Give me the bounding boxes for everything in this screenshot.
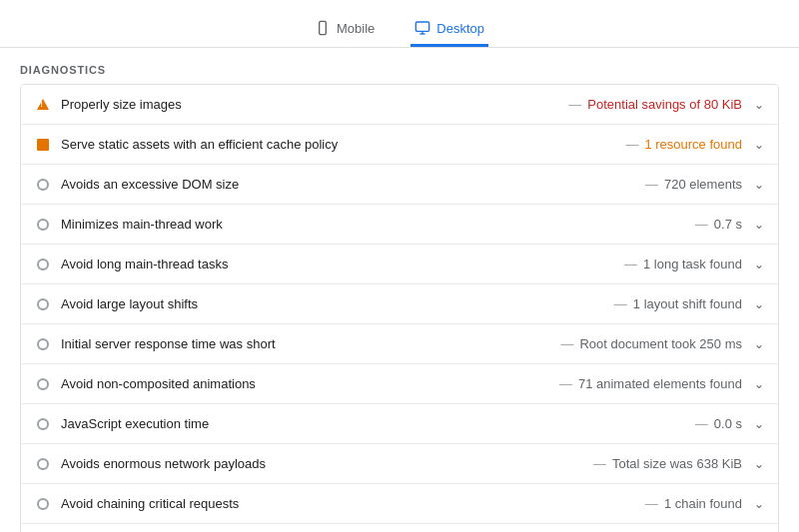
circle-icon: [35, 177, 51, 193]
diag-item-server-response[interactable]: Initial server response time was short —…: [21, 324, 778, 364]
circle-icon: [35, 336, 51, 352]
diag-separator: —: [593, 456, 606, 471]
diag-item-lcp-element[interactable]: Largest Contentful Paint element — 540 m…: [21, 524, 778, 532]
chevron-icon: ⌄: [754, 497, 764, 511]
diag-item-serve-static-assets[interactable]: Serve static assets with an efficient ca…: [21, 125, 778, 165]
diagnostics-list: ! Properly size images — Potential savin…: [20, 84, 779, 532]
diag-label: Properly size images: [61, 97, 562, 112]
chevron-icon: ⌄: [754, 457, 764, 471]
diag-detail: 0.0 s: [714, 416, 742, 431]
chevron-icon: ⌄: [754, 297, 764, 311]
diag-item-network-payloads[interactable]: Avoids enormous network payloads — Total…: [21, 444, 778, 484]
circle-icon: [35, 416, 51, 432]
svg-rect-0: [320, 21, 327, 34]
diag-separator: —: [695, 416, 708, 431]
diag-detail: Potential savings of 80 KiB: [587, 97, 742, 112]
chevron-icon: ⌄: [754, 218, 764, 232]
chevron-icon: ⌄: [754, 377, 764, 391]
warning-icon: !: [35, 97, 51, 113]
chevron-icon: ⌄: [754, 178, 764, 192]
diag-item-critical-requests[interactable]: Avoid chaining critical requests — 1 cha…: [21, 484, 778, 524]
diag-detail: 720 elements: [664, 177, 742, 192]
diag-detail: 71 animated elements found: [578, 376, 742, 391]
chevron-icon: ⌄: [754, 258, 764, 271]
diag-separator: —: [645, 177, 658, 192]
diag-separator: —: [560, 336, 573, 351]
chevron-icon: ⌄: [754, 417, 764, 431]
diag-item-main-thread-work[interactable]: Minimizes main-thread work — 0.7 s ⌄: [21, 205, 778, 245]
circle-icon: [35, 376, 51, 392]
chevron-icon: ⌄: [754, 98, 764, 112]
tab-mobile[interactable]: Mobile: [311, 12, 379, 47]
diag-label: Avoid chaining critical requests: [61, 496, 639, 511]
main-content: DIAGNOSTICS ! Properly size images — Pot…: [0, 48, 799, 532]
diag-separator: —: [624, 257, 637, 271]
diag-label: Avoid large layout shifts: [61, 296, 608, 311]
diag-label: Avoid long main-thread tasks: [61, 257, 618, 271]
diag-item-non-composited[interactable]: Avoid non-composited animations — 71 ani…: [21, 364, 778, 404]
circle-icon: [35, 257, 51, 272]
mobile-icon: [315, 20, 331, 36]
diag-separator: —: [559, 376, 572, 391]
diag-label: Avoids an excessive DOM size: [61, 177, 639, 192]
diag-label: Serve static assets with an efficient ca…: [61, 137, 619, 152]
diag-label: JavaScript execution time: [61, 416, 689, 431]
diag-item-dom-size[interactable]: Avoids an excessive DOM size — 720 eleme…: [21, 165, 778, 205]
diag-separator: —: [645, 496, 658, 511]
diag-detail: 1 chain found: [664, 496, 742, 511]
circle-icon: [35, 217, 51, 233]
diag-label: Avoids enormous network payloads: [61, 456, 587, 471]
tab-desktop[interactable]: Desktop: [410, 12, 488, 47]
diag-label: Avoid non-composited animations: [61, 376, 553, 391]
diag-separator: —: [695, 217, 708, 232]
diag-separator: —: [568, 97, 581, 112]
diag-detail: Total size was 638 KiB: [612, 456, 742, 471]
diag-detail: Root document took 250 ms: [579, 336, 742, 351]
square-icon: [35, 137, 51, 153]
chevron-icon: ⌄: [754, 138, 764, 152]
circle-icon: [35, 496, 51, 512]
diag-detail: 1 resource found: [644, 137, 742, 152]
diag-detail: 0.7 s: [714, 217, 742, 232]
svg-rect-2: [416, 22, 429, 31]
diag-detail: 1 layout shift found: [633, 296, 742, 311]
circle-icon: [35, 296, 51, 312]
diag-label: Initial server response time was short: [61, 336, 554, 351]
diag-item-js-execution[interactable]: JavaScript execution time — 0.0 s ⌄: [21, 404, 778, 444]
diag-item-long-tasks[interactable]: Avoid long main-thread tasks — 1 long ta…: [21, 245, 778, 284]
desktop-icon: [414, 20, 430, 36]
tab-bar: Mobile Desktop: [0, 0, 799, 48]
diag-detail: 1 long task found: [643, 257, 742, 271]
diag-item-properly-size-images[interactable]: ! Properly size images — Potential savin…: [21, 85, 778, 125]
diag-separator: —: [614, 296, 627, 311]
diag-label: Minimizes main-thread work: [61, 217, 689, 232]
chevron-icon: ⌄: [754, 337, 764, 351]
mobile-tab-label: Mobile: [337, 21, 375, 36]
circle-icon: [35, 456, 51, 472]
diag-item-layout-shifts[interactable]: Avoid large layout shifts — 1 layout shi…: [21, 284, 778, 324]
section-title: DIAGNOSTICS: [20, 48, 779, 84]
diag-separator: —: [625, 137, 638, 152]
desktop-tab-label: Desktop: [436, 21, 484, 36]
